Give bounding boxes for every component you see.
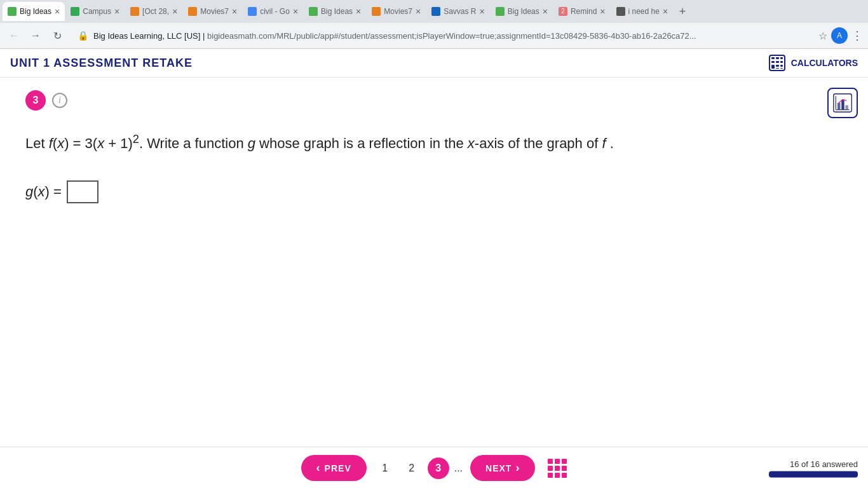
tab-movies7b[interactable]: Movies7 × [367,2,426,21]
grid-dot [555,459,560,464]
tab-label-movies7b: Movies7 [384,7,412,16]
tab-label-oct28: [Oct 28, [142,7,169,16]
grid-dot [548,459,553,464]
tab-favicon-campus [71,7,79,16]
page-content: UNIT 1 ASSESSMENT RETAKE CALCULATORS [0,49,868,488]
profile-avatar[interactable]: A [831,27,848,44]
tab-campus[interactable]: Campus × [65,2,125,21]
grid-dot [548,466,553,471]
svg-rect-10 [776,68,779,69]
page-num-2[interactable]: 2 [401,458,423,479]
page-num-3[interactable]: 3 [428,458,449,479]
url-path-label: bigideasmath.com/MRL/public/app#/student… [207,31,696,41]
info-icon-button[interactable]: i [52,93,67,108]
tab-oct28[interactable]: [Oct 28, × [125,2,182,21]
tab-movies7a[interactable]: Movies7 × [183,2,242,21]
bookmark-star-icon[interactable]: ☆ [818,30,827,42]
tab-favicon-savvas [431,7,440,16]
tab-bigideas3[interactable]: Big Ideas × [3,2,65,21]
answered-info: 16 of 16 answered [769,459,858,477]
tab-civil[interactable]: civil - Go × [243,2,303,21]
bottom-navigation: ‹ PREV 1 2 3 ... NEXT › 16 of 16 an [0,447,868,488]
tab-close-remind[interactable]: × [600,7,605,16]
tab-close-bigideas1[interactable]: × [356,7,361,16]
math-answer-row: g(x) = [25,180,843,203]
tab-favicon-movies7a [188,7,197,16]
tab-bar: Big Ideas × Campus × [Oct 28, × Movies7 … [0,0,868,23]
tab-close-campus[interactable]: × [114,7,119,16]
graph-svg-icon [832,93,853,113]
tab-close-civil[interactable]: × [293,7,298,16]
browser-chrome: Big Ideas × Campus × [Oct 28, × Movies7 … [0,0,868,49]
tab-bigideas1[interactable]: Big Ideas × [304,2,366,21]
svg-rect-4 [771,61,775,63]
tab-label-ineedhe: i need he [628,7,660,16]
tab-favicon-civil [248,7,257,16]
question-header: 3 i [25,90,843,111]
tab-bigideas2[interactable]: Big Ideas × [491,2,553,21]
grid-dot [555,466,560,471]
back-button[interactable]: ← [5,27,23,44]
tab-favicon-bigideas1 [309,7,318,16]
calculator-icon [768,54,786,72]
tab-close-oct28[interactable]: × [172,7,177,16]
tab-label-movies7a: Movies7 [200,7,229,16]
tab-label-campus: Campus [83,7,111,16]
tab-close-savvas[interactable]: × [480,7,485,16]
svg-rect-3 [780,57,783,59]
header-bar: UNIT 1 ASSESSMENT RETAKE CALCULATORS [0,49,868,78]
forward-button[interactable]: → [27,27,44,44]
answer-prefix-label: g(x) = [25,184,62,200]
answered-text: 16 of 16 answered [769,459,858,468]
tab-label-savvas: Savvas R [444,7,476,16]
tab-close-bigideas2[interactable]: × [543,7,548,16]
prev-chevron-icon: ‹ [316,461,321,475]
question-number-badge: 3 [25,90,46,111]
new-tab-button[interactable]: + [674,3,691,20]
svg-rect-15 [837,103,840,110]
tab-savvas[interactable]: Savvas R × [426,2,490,21]
grid-dot [555,473,560,478]
grid-dot [562,473,567,478]
browser-menu-icon[interactable]: ⋮ [851,29,863,43]
url-display: Big Ideas Learning, LLC [US] | bigideasm… [93,31,807,41]
tab-label-bigideas1: Big Ideas [321,7,353,16]
next-label: NEXT [485,463,512,473]
calculators-button[interactable]: CALCULATORS [768,54,858,72]
prev-label: PREV [325,463,351,473]
svg-rect-7 [771,65,775,69]
tab-close-ineedhe[interactable]: × [663,7,668,16]
tab-close-bigideas3[interactable]: × [55,7,60,16]
tab-favicon-bigideas2 [496,7,505,16]
graph-icon-button[interactable] [827,88,858,118]
tab-label-bigideas2: Big Ideas [508,7,539,16]
svg-rect-11 [780,68,783,69]
answered-progress-bar [769,471,858,477]
tab-label-bigideas3: Big Ideas [20,7,51,16]
reload-button[interactable]: ↻ [48,27,66,44]
answer-input[interactable] [67,180,98,203]
math-question-text: Let f(x) = 3(x + 1)2. Write a function g… [25,130,843,155]
url-bar[interactable]: 🔒 Big Ideas Learning, LLC [US] | bigidea… [70,25,815,46]
page-num-1[interactable]: 1 [374,458,396,479]
next-button[interactable]: NEXT › [470,455,535,481]
tab-favicon-bigideas3 [8,7,17,16]
svg-rect-16 [841,100,844,110]
url-site-label: Big Ideas Learning, LLC [US] [93,31,200,41]
next-chevron-icon: › [515,461,520,475]
tab-favicon-ineedhe [616,7,625,16]
grid-dot [548,473,553,478]
tab-favicon-oct28 [130,7,139,16]
page-title: UNIT 1 ASSESSMENT RETAKE [10,57,193,70]
grid-view-button[interactable] [548,459,567,478]
tab-close-movies7a[interactable]: × [232,7,237,16]
lock-icon: 🔒 [78,30,88,41]
tab-remind[interactable]: 2 Remind × [553,2,611,21]
address-bar: ← → ↻ 🔒 Big Ideas Learning, LLC [US] | b… [0,23,868,48]
svg-rect-2 [776,57,779,59]
main-content: 3 i Let f(x) = 3(x + 1)2. Write a functi… [0,78,868,447]
tab-close-movies7b[interactable]: × [416,7,421,16]
svg-rect-1 [771,57,775,59]
prev-button[interactable]: ‹ PREV [301,455,367,481]
tab-ineedhe[interactable]: i need he × [611,2,674,21]
